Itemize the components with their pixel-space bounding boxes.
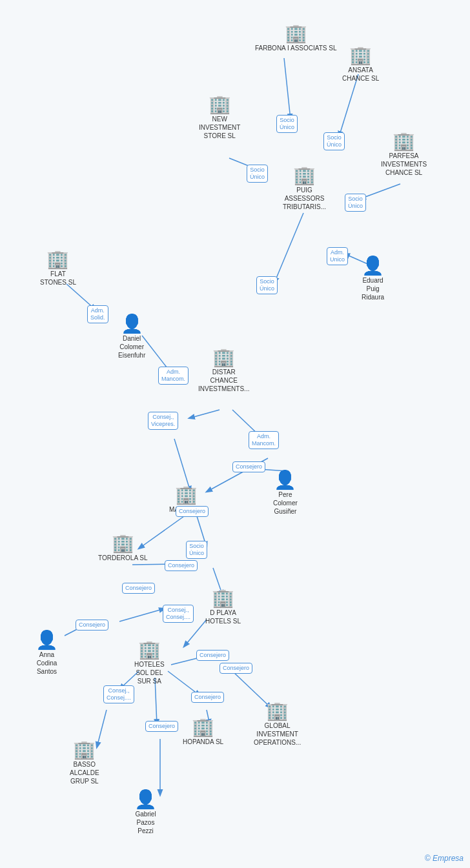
svg-line-5 (274, 213, 303, 283)
svg-line-9 (174, 439, 190, 492)
badge-consejero-3: Consejero (165, 560, 198, 571)
node-gabriel: 👤 GabrielPazosPezzi (134, 791, 157, 835)
node-flat-stones: 🏢 FLATSTONES SL (40, 250, 76, 287)
svg-line-3 (360, 184, 400, 199)
building-icon-farbona: 🏢 (285, 25, 307, 43)
node-playa-hotels: 🏢 D PLAYAHOTELS SL (205, 589, 241, 625)
person-icon-pere: 👤 (274, 471, 296, 489)
svg-line-8 (189, 410, 220, 418)
label-parfesa: PARFESAINVESTMENTSCHANCE SL (381, 152, 427, 177)
node-puig-assessors: 🏢 PUIGASSESSORSTRIBUTARIS... (283, 167, 326, 211)
person-icon-eduard: 👤 (362, 257, 384, 275)
badge-socio-unico-6: SocioÚnico (186, 541, 207, 559)
badge-socio-unico-4: SocioÚnico (345, 194, 366, 212)
svg-line-20 (184, 620, 207, 647)
badge-socio-unico-3: SocioÚnico (247, 165, 268, 183)
label-farbona: FARBONA I ASSOCIATS SL (255, 44, 337, 52)
badge-consejero-6: Consejero (196, 650, 229, 661)
node-parfesa: 🏢 PARFESAINVESTMENTSCHANCE SL (381, 132, 427, 177)
node-pere: 👤 PereColomerGusiñer (273, 471, 298, 516)
building-icon-distar: 🏢 (212, 348, 235, 367)
node-farbona: 🏢 FARBONA I ASSOCIATS SL (255, 25, 337, 52)
svg-line-0 (284, 58, 291, 119)
svg-line-1 (339, 74, 358, 137)
label-playa: D PLAYAHOTELS SL (205, 609, 241, 625)
label-eduard: EduardPuigRidaura (362, 276, 384, 301)
building-icon-basso: 🏢 (73, 741, 96, 759)
label-distar: DISTARCHANCEINVESTMENTS... (198, 368, 249, 393)
badge-adm-mancom-1: Adm.Mancom. (158, 367, 189, 385)
badge-consejero-8: Consejero (191, 692, 224, 703)
building-icon-puig: 🏢 (293, 167, 316, 185)
building-icon-manc: 🏢 (175, 486, 198, 504)
label-puig: PUIGASSESSORSTRIBUTARIS... (283, 186, 326, 211)
node-torderola: 🏢 TORDEROLA SL (98, 534, 148, 562)
building-icon-playa: 🏢 (212, 589, 234, 607)
badge-consejero-4: Consejero (122, 583, 155, 594)
node-daniel: 👤 DanielColomerEisenfuhr (118, 315, 145, 359)
building-icon-global: 🏢 (266, 702, 289, 720)
watermark: © Empresa (425, 854, 464, 863)
badge-socio-unico-2: SocioÚnico (323, 132, 345, 150)
person-icon-daniel: 👤 (121, 315, 143, 333)
badge-consejero-7: Consejero (220, 663, 252, 674)
label-anna: AnnaCodinaSantos (37, 651, 57, 676)
label-torderola: TORDEROLA SL (98, 554, 148, 562)
label-ansata: ANSATACHANCE SL (342, 66, 379, 83)
badge-socio-unico-5: SocioÚnico (256, 276, 278, 294)
badge-consej-consej-2: Consej.,Consej.... (103, 685, 134, 703)
label-basso: BASSOALCALDEGRUP SL (70, 760, 99, 785)
diagram-container: 🏢 FARBONA I ASSOCIATS SL 🏢 ANSATACHANCE … (0, 0, 470, 868)
node-new-investment: 🏢 NEWINVESTMENTSTORE SL (199, 96, 240, 140)
node-hoteles-sol: 🏢 HOTELESSOL DELSUR SA (134, 641, 165, 685)
person-icon-anna: 👤 (36, 631, 58, 649)
label-hopanda: HOPANDA SL (183, 738, 223, 746)
person-icon-gabriel: 👤 (134, 791, 157, 809)
badge-consej-consej-1: Consej.,Consej.... (163, 605, 194, 623)
badge-socio-unico-1: SocioÚnico (276, 115, 298, 133)
badge-consej-vicepres: Consej.,Vicepres. (148, 412, 178, 430)
badge-adm-solid: Adm.Solid. (87, 305, 108, 323)
node-global-inv: 🏢 GLOBALINVESTMENTOPERATIONS... (254, 702, 301, 747)
building-icon-torderola: 🏢 (112, 534, 134, 552)
building-icon-hoteles-sol: 🏢 (138, 641, 161, 659)
node-distar: 🏢 DISTARCHANCEINVESTMENTS... (198, 348, 249, 393)
badge-consejero-1: Consejero (232, 461, 265, 472)
label-new-investment: NEWINVESTMENTSTORE SL (199, 115, 240, 140)
building-icon-ansata: 🏢 (349, 46, 372, 65)
badge-consejero-2: Consejero (176, 506, 209, 517)
label-gabriel: GabrielPazosPezzi (135, 810, 156, 835)
building-icon-flat-stones: 🏢 (46, 250, 69, 268)
node-basso: 🏢 BASSOALCALDEGRUP SL (70, 741, 99, 785)
node-anna: 👤 AnnaCodinaSantos (36, 631, 58, 676)
svg-line-19 (119, 609, 165, 621)
label-daniel: DanielColomerEisenfuhr (118, 334, 145, 359)
badge-adm-mancom-2: Adm.Mancom. (249, 431, 279, 449)
label-global: GLOBALINVESTMENTOPERATIONS... (254, 722, 301, 747)
building-icon-new-investment: 🏢 (209, 96, 231, 114)
label-hoteles-sol: HOTELESSOL DELSUR SA (134, 660, 165, 685)
node-hopanda: 🏢 HOPANDA SL (183, 718, 223, 746)
badge-consejero-5: Consejero (76, 620, 108, 631)
badge-adm-unico: Adm.Unico (327, 247, 348, 265)
label-flat-stones: FLATSTONES SL (40, 270, 76, 287)
badge-consejero-9: Consejero (145, 721, 178, 732)
building-icon-parfesa: 🏢 (393, 132, 415, 150)
node-ansata: 🏢 ANSATACHANCE SL (342, 46, 379, 83)
building-icon-hopanda: 🏢 (192, 718, 214, 736)
node-eduard: 👤 EduardPuigRidaura (362, 257, 384, 301)
label-pere: PereColomerGusiñer (273, 490, 298, 516)
